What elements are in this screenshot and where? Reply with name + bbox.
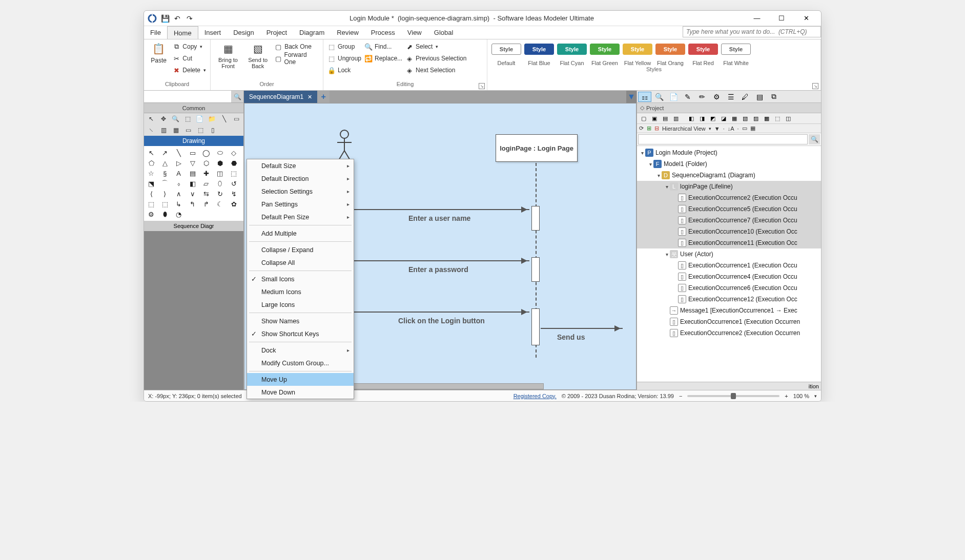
shape-tool-icon[interactable]: ◫	[215, 169, 225, 178]
tree-item[interactable]: ▯ExecutionOccurrence2 (Execution Occurre…	[637, 327, 821, 339]
shape-tool-icon[interactable]: ∨	[188, 189, 198, 198]
tree-item[interactable]: ▯ExecutionOccurrence1 (Execution Occu	[637, 260, 821, 271]
shape-tool-icon[interactable]: ↱	[201, 199, 211, 209]
search-icon[interactable]: 🔍	[809, 134, 820, 144]
group-expander-icon[interactable]: ↘	[812, 83, 818, 89]
shape-tool-icon[interactable]: ⇆	[201, 189, 211, 198]
tree-tool-icon[interactable]: ▨	[751, 114, 761, 122]
tree-item[interactable]: ▯ExecutionOccurrence5 (Execution Occu	[637, 203, 821, 215]
menu-process[interactable]: Process	[365, 26, 401, 39]
menu-project[interactable]: Project	[260, 26, 293, 39]
shape-tool-icon[interactable]: ▱	[201, 179, 211, 188]
shape-tool-icon[interactable]: ⬠	[146, 158, 156, 168]
tab-add-button[interactable]: +	[317, 91, 330, 103]
paste-button[interactable]: 📋 Paste	[148, 42, 169, 64]
save-icon[interactable]: 💾	[160, 14, 170, 23]
shape-tool-icon[interactable]: ⟩	[160, 189, 170, 198]
tree-item[interactable]: ▾DSequenceDiagram1 (Diagram)	[637, 170, 821, 181]
copy-button[interactable]: ⧉Copy▾	[172, 42, 206, 52]
prev-selection-button[interactable]: ◈Previous Selection	[405, 53, 466, 64]
context-menu-item[interactable]: Medium Icons	[247, 285, 354, 298]
shape-tool-icon[interactable]: ◔	[174, 210, 184, 219]
rect2-tool-icon[interactable]: ▭	[183, 126, 193, 135]
panel-icon[interactable]: ✏	[695, 92, 709, 102]
tree-tool-icon[interactable]: ▣	[650, 114, 659, 122]
next-selection-button[interactable]: ◈Next Selection	[405, 65, 466, 75]
shape-tool-icon[interactable]: ◧	[188, 179, 198, 188]
message-arrow[interactable]	[541, 328, 623, 329]
horizontal-scrollbar[interactable]	[337, 383, 544, 389]
zoom-tool-icon[interactable]: 🔍	[171, 114, 181, 123]
style-flat-cyan[interactable]: Style	[557, 44, 587, 55]
shape-tool-icon[interactable]: ⟨	[146, 189, 156, 198]
exec-box[interactable]	[531, 206, 540, 231]
panel-icon[interactable]: ⧉	[767, 92, 781, 102]
menu-diagram[interactable]: Diagram	[293, 26, 331, 39]
menu-design[interactable]: Design	[227, 26, 260, 39]
shape-tool-icon[interactable]: A	[174, 169, 184, 178]
menu-review[interactable]: Review	[331, 26, 365, 39]
redo-icon[interactable]: ↷	[185, 14, 194, 23]
find-button[interactable]: 🔍Find...	[364, 42, 402, 52]
shape-tool-icon[interactable]: ⬭	[215, 148, 225, 157]
context-menu-item[interactable]: Small Icons	[247, 273, 354, 285]
tree-tool-icon[interactable]: ⬚	[773, 114, 782, 122]
registered-link[interactable]: Registered Copy.	[514, 393, 557, 399]
project-tree[interactable]: ▾PLogin Module (Project)▾FModel1 (Folder…	[637, 146, 821, 382]
delete-button[interactable]: ✖Delete▾	[172, 65, 206, 75]
shape-tool-icon[interactable]: △	[160, 158, 170, 168]
tab-tool-icon[interactable]: ▯	[208, 126, 218, 135]
panel-icon[interactable]: 📄	[667, 92, 680, 102]
context-menu-item[interactable]: Default Pen Size	[247, 211, 354, 223]
tree-item[interactable]: ▯ExecutionOccurrence10 (Execution Occ	[637, 226, 821, 237]
context-menu-item[interactable]: Large Icons	[247, 298, 354, 311]
panel-icon[interactable]: 🔍	[652, 92, 666, 102]
shape-tool-icon[interactable]: ⬣	[229, 158, 239, 168]
view-mode-label[interactable]: Hierarchical View	[662, 126, 706, 132]
context-menu-item[interactable]: Show Names	[247, 315, 354, 327]
exec-box[interactable]	[531, 257, 540, 282]
shape-tool-icon[interactable]: ↰	[188, 199, 198, 209]
lock-button[interactable]: 🔒Lock	[327, 65, 361, 75]
panel-icon[interactable]: ✎	[681, 92, 694, 102]
shape-tool-icon[interactable]: ▽	[188, 158, 198, 168]
send-to-back-button[interactable]: ▧ Send to Back	[244, 42, 271, 69]
message-arrow[interactable]	[349, 209, 529, 210]
shape-tool-icon[interactable]: ↻	[215, 189, 225, 198]
pointer-tool-icon[interactable]: ↖	[146, 114, 156, 123]
shape-tool-icon[interactable]: ∧	[174, 189, 184, 198]
shape-tool-icon[interactable]: ☾	[215, 199, 225, 209]
tree-tool-icon[interactable]: ◩	[708, 114, 717, 122]
tree-item[interactable]: ▯ExecutionOccurrence7 (Execution Occu	[637, 215, 821, 226]
style-flat-white[interactable]: Style	[721, 44, 751, 55]
tree-item[interactable]: ▯ExecutionOccurrence11 (Execution Occ	[637, 237, 821, 248]
tree-item[interactable]: ▯ExecutionOccurrence6 (Execution Occu	[637, 282, 821, 294]
close-button[interactable]: ✕	[798, 14, 814, 22]
swimlane-tool-icon[interactable]: ▥	[158, 126, 169, 135]
context-menu-item[interactable]: Dock	[247, 344, 354, 357]
tab-close-icon[interactable]: ✕	[307, 94, 312, 100]
zoom-dropdown-icon[interactable]: ▾	[814, 393, 817, 399]
minimize-button[interactable]: —	[749, 14, 765, 22]
tree-tool-icon[interactable]: ▥	[671, 114, 681, 122]
zoom-in-icon[interactable]: +	[785, 393, 788, 399]
layer-tool-icon[interactable]: ⬚	[195, 126, 206, 135]
forward-one-button[interactable]: ▢Forward One	[274, 53, 319, 64]
context-menu-item[interactable]: Move Down	[247, 386, 354, 399]
shape-tool-icon[interactable]: ⬯	[215, 179, 225, 188]
folder-tool-icon[interactable]: 📁	[207, 114, 217, 123]
replace-button[interactable]: 🔁Replace...	[364, 53, 402, 64]
menu-global[interactable]: Global	[428, 26, 460, 39]
tree-tool-icon[interactable]: ◫	[784, 114, 793, 122]
context-menu-item[interactable]: Default Size	[247, 159, 354, 172]
undo-icon[interactable]: ↶	[173, 14, 182, 23]
panel-icon[interactable]: ⚙	[710, 92, 723, 102]
style-flat-green[interactable]: Style	[590, 44, 620, 55]
shape-tool-icon[interactable]: ⬚	[146, 199, 156, 209]
context-menu-item[interactable]: Show Shortcut Keys	[247, 327, 354, 340]
shape-tool-icon[interactable]: ⬚	[229, 169, 239, 178]
tree-tool-icon[interactable]: ▦	[730, 114, 739, 122]
shape-tool-icon[interactable]: ☆	[146, 169, 156, 178]
tree-item[interactable]: ▯ExecutionOccurrence12 (Execution Occ	[637, 294, 821, 305]
menu-search-input[interactable]	[683, 26, 821, 37]
